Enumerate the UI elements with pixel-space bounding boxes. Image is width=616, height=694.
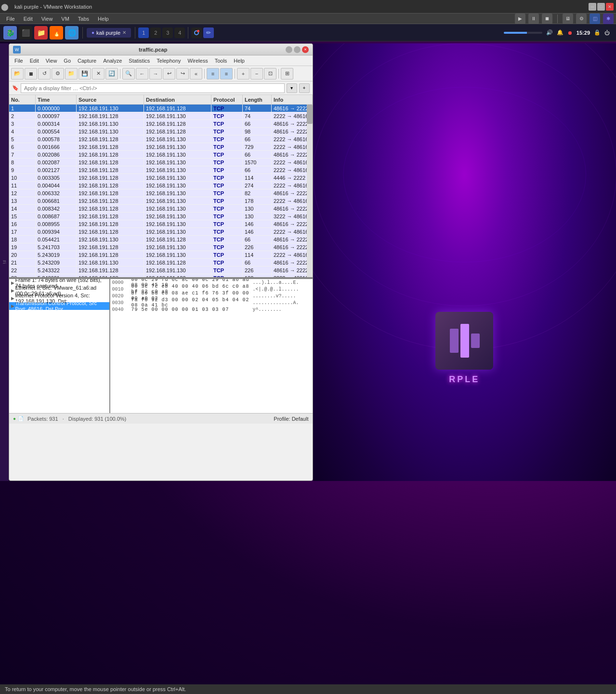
maximize-button[interactable]: □ xyxy=(597,3,605,11)
vmware-menu-edit[interactable]: Edit xyxy=(20,15,37,23)
filter-add-btn[interactable]: + xyxy=(299,83,310,93)
detail-row[interactable]: ▶Transmission Control Protocol, Src Port… xyxy=(9,302,109,310)
col-header-destination[interactable]: Destination xyxy=(144,95,211,104)
packet-row[interactable]: 10 0.003305 192.168.191.128 192.168.191.… xyxy=(9,174,313,182)
ws-menu-help[interactable]: Help xyxy=(231,57,248,65)
packet-row[interactable]: 5 0.000578 192.168.191.128 192.168.191.1… xyxy=(9,135,313,143)
packet-row[interactable]: 2 0.000097 192.168.191.128 192.168.191.1… xyxy=(9,112,313,120)
vmware-toolbar-btn6[interactable]: ◫ xyxy=(590,13,600,24)
kali-purple-tab[interactable]: ● kali purple ✕ xyxy=(87,28,131,38)
speaker-icon[interactable]: 🔊 xyxy=(546,29,553,36)
packet-row[interactable]: 19 5.241703 192.168.191.128 192.168.191.… xyxy=(9,243,313,251)
close-button[interactable]: ✕ xyxy=(606,3,614,11)
toolbar-options[interactable]: ⚙ xyxy=(52,68,64,80)
toolbar-prev[interactable]: ← xyxy=(136,68,148,80)
vmware-toolbar-btn5[interactable]: ⚙ xyxy=(576,13,587,24)
ws-menu-edit[interactable]: Edit xyxy=(27,57,42,65)
vm-num-3[interactable]: 3 xyxy=(162,27,173,38)
ws-menu-wireless[interactable]: Wireless xyxy=(185,57,211,65)
toolbar-prev-pkt[interactable]: « xyxy=(190,68,202,80)
packet-row[interactable]: 9 0.002127 192.168.191.128 192.168.191.1… xyxy=(9,166,313,174)
vmware-toolbar-btn3[interactable]: ⏹ xyxy=(542,13,552,24)
terminal-icon[interactable]: ⬛ xyxy=(19,26,32,40)
ws-maximize-btn[interactable] xyxy=(294,46,301,53)
vmware-window-controls[interactable]: ─ □ ✕ xyxy=(589,3,616,11)
col-header-time[interactable]: Time xyxy=(36,95,77,104)
packet-row[interactable]: 15 0.008687 192.168.191.128 192.168.191.… xyxy=(9,213,313,220)
toolbar-open-file[interactable]: 📂 xyxy=(11,68,24,80)
ws-menu-statistics[interactable]: Statistics xyxy=(126,57,153,65)
ws-menu-tools[interactable]: Tools xyxy=(212,57,230,65)
toolbar-save[interactable]: 💾 xyxy=(79,68,91,80)
toolbar-resize[interactable]: ⊡ xyxy=(264,68,276,80)
toolbar-zoom-in[interactable]: 🔍 xyxy=(122,68,135,80)
ws-menu-capture[interactable]: Capture xyxy=(75,57,99,65)
toolbar-restart[interactable]: ↺ xyxy=(38,68,51,80)
ws-close-btn[interactable]: ✕ xyxy=(302,46,309,53)
packet-row[interactable]: 20 5.243019 192.168.191.128 192.168.191.… xyxy=(9,251,313,259)
ws-menu-file[interactable]: File xyxy=(12,57,26,65)
ws-menu-analyze[interactable]: Analyze xyxy=(100,57,125,65)
packet-row[interactable]: 22 5.243322 192.168.191.128 192.168.191.… xyxy=(9,267,313,274)
toolbar-cols[interactable]: ⊞ xyxy=(281,68,293,80)
browser-icon[interactable]: 🌐 xyxy=(65,26,79,40)
notification-icon[interactable]: 🔔 xyxy=(557,29,564,36)
vmware-toolbar-btn1[interactable]: ▶ xyxy=(515,13,525,24)
vm-num-1[interactable]: 1 xyxy=(138,27,149,38)
col-header-info[interactable]: Info xyxy=(272,95,313,104)
folder-icon[interactable]: 📁 xyxy=(34,26,48,40)
vm-num-2[interactable]: 2 xyxy=(150,27,161,38)
packet-row[interactable]: 16 0.008955 192.168.191.128 192.168.191.… xyxy=(9,220,313,228)
toolbar-open[interactable]: 📁 xyxy=(65,68,78,80)
packet-row[interactable]: 6 0.001666 192.168.191.128 192.168.191.1… xyxy=(9,143,313,151)
packet-list-scrollbar[interactable] xyxy=(307,105,313,278)
vmware-menu-tabs[interactable]: Tabs xyxy=(74,15,93,23)
record-icon[interactable]: ⏺ xyxy=(567,30,573,36)
packet-row[interactable]: 13 0.006681 192.168.191.128 192.168.191.… xyxy=(9,197,313,205)
toolbar-remove[interactable]: − xyxy=(250,68,263,80)
vmware-toolbar-btn7[interactable]: ✱ xyxy=(603,13,614,24)
ws-minimize-btn[interactable] xyxy=(286,46,292,53)
vmware-menu-file[interactable]: File xyxy=(2,15,19,23)
packet-row[interactable]: 8 0.002087 192.168.191.128 192.168.191.1… xyxy=(9,159,313,166)
packet-row[interactable]: 23 5.243621 192.168.191.128 192.168.191.… xyxy=(9,274,313,278)
scrollbar-thumb[interactable] xyxy=(307,105,313,124)
packet-row[interactable]: 7 0.002086 192.168.191.128 192.168.191.1… xyxy=(9,151,313,159)
vmware-toolbar-btn2[interactable]: ⏸ xyxy=(528,13,539,24)
toolbar-back[interactable]: ↩ xyxy=(163,68,175,80)
power-icon[interactable]: ⏻ xyxy=(604,30,610,36)
toolbar-pkt-list[interactable]: ≡ xyxy=(207,68,219,80)
packet-row[interactable]: 3 0.000314 192.168.191.130 192.168.191.1… xyxy=(9,120,313,128)
packet-row[interactable]: 18 0.054421 192.168.191.130 192.168.191.… xyxy=(9,236,313,243)
ws-menu-view[interactable]: View xyxy=(43,57,60,65)
vm-action-2[interactable]: ✏ xyxy=(203,27,214,38)
toolbar-close[interactable]: ✕ xyxy=(92,68,105,80)
toolbar-add[interactable]: + xyxy=(237,68,249,80)
toolbar-pkt-detail[interactable]: ≡ xyxy=(220,68,233,80)
vmware-menu-view[interactable]: View xyxy=(38,15,57,23)
col-header-protocol[interactable]: Protocol xyxy=(211,95,243,104)
col-header-no[interactable]: No. xyxy=(9,95,36,104)
toolbar-fwd[interactable]: ↪ xyxy=(176,68,189,80)
wireshark-window-controls[interactable]: ✕ xyxy=(286,46,309,53)
vmware-menu-vm[interactable]: VM xyxy=(57,15,73,23)
lock-icon[interactable]: 🔒 xyxy=(594,29,601,36)
col-header-length[interactable]: Length xyxy=(243,95,272,104)
vm-action-1[interactable] xyxy=(191,27,202,38)
filter-bookmark-icon[interactable]: 🔖 xyxy=(12,85,19,91)
packet-row[interactable]: 12 0.006332 192.168.191.128 192.168.191.… xyxy=(9,189,313,197)
vmware-toolbar-btn4[interactable]: 🖥 xyxy=(563,13,573,24)
filter-expand-btn[interactable]: ▾ xyxy=(287,83,297,93)
ws-menu-telephony[interactable]: Telephony xyxy=(154,57,183,65)
toolbar-reload[interactable]: 🔄 xyxy=(105,68,118,80)
packet-row[interactable]: 4 0.000554 192.168.191.130 192.168.191.1… xyxy=(9,128,313,135)
filter-input[interactable] xyxy=(21,83,285,93)
kali-dragon-icon[interactable]: 🐉 xyxy=(3,26,17,40)
toolbar-next[interactable]: → xyxy=(149,68,162,80)
packet-row[interactable]: 21 5.243209 192.168.191.130 192.168.191.… xyxy=(9,259,313,267)
packet-row[interactable]: 14 0.008342 192.168.191.128 192.168.191.… xyxy=(9,205,313,213)
tab-close-icon[interactable]: ✕ xyxy=(122,30,126,35)
firefox-icon[interactable]: 🔥 xyxy=(50,26,63,40)
toolbar-stop[interactable]: ⏹ xyxy=(25,68,37,80)
packet-row[interactable]: 11 0.004044 192.168.191.128 192.168.191.… xyxy=(9,182,313,189)
